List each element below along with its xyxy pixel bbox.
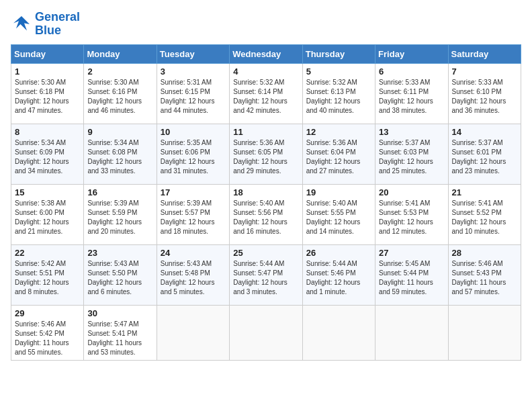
calendar-cell: 18Sunrise: 5:40 AMSunset: 5:56 PMDayligh… — [230, 184, 302, 244]
calendar-week-row: 1Sunrise: 5:30 AMSunset: 6:18 PMDaylight… — [11, 63, 521, 124]
logo-text: General Blue — [35, 11, 80, 38]
logo: General Blue — [11, 11, 80, 38]
calendar-table: SundayMondayTuesdayWednesdayThursdayFrid… — [11, 44, 521, 361]
calendar-cell: 19Sunrise: 5:40 AMSunset: 5:55 PMDayligh… — [302, 184, 375, 244]
day-number: 13 — [379, 127, 444, 137]
calendar-cell: 24Sunrise: 5:43 AMSunset: 5:48 PMDayligh… — [157, 244, 229, 305]
day-info: Sunrise: 5:46 AMSunset: 5:43 PMDaylight:… — [452, 259, 517, 297]
svg-marker-0 — [13, 16, 30, 31]
day-info: Sunrise: 5:40 AMSunset: 5:55 PMDaylight:… — [306, 199, 371, 236]
day-of-week-header: Wednesday — [230, 44, 302, 63]
day-number: 4 — [233, 66, 298, 77]
day-number: 5 — [306, 66, 371, 77]
day-number: 24 — [161, 248, 226, 258]
day-number: 8 — [15, 127, 80, 137]
calendar-cell: 16Sunrise: 5:39 AMSunset: 5:59 PMDayligh… — [84, 184, 157, 244]
day-info: Sunrise: 5:43 AMSunset: 5:48 PMDaylight:… — [161, 259, 226, 297]
day-info: Sunrise: 5:34 AMSunset: 6:08 PMDaylight:… — [87, 138, 152, 176]
day-number: 12 — [306, 127, 371, 137]
day-of-week-header: Sunday — [11, 44, 84, 63]
day-number: 15 — [15, 187, 80, 197]
day-info: Sunrise: 5:35 AMSunset: 6:06 PMDaylight:… — [161, 138, 226, 176]
day-number: 19 — [306, 187, 371, 197]
day-info: Sunrise: 5:42 AMSunset: 5:51 PMDaylight:… — [15, 259, 80, 297]
day-number: 14 — [452, 127, 517, 137]
day-number: 6 — [379, 66, 444, 77]
day-of-week-header: Thursday — [302, 44, 375, 63]
day-number: 25 — [233, 248, 298, 258]
day-info: Sunrise: 5:36 AMSunset: 6:04 PMDaylight:… — [306, 138, 371, 176]
day-number: 27 — [379, 248, 444, 258]
calendar-cell: 10Sunrise: 5:35 AMSunset: 6:06 PMDayligh… — [157, 124, 229, 184]
day-info: Sunrise: 5:45 AMSunset: 5:44 PMDaylight:… — [379, 259, 444, 297]
day-info: Sunrise: 5:39 AMSunset: 5:59 PMDaylight:… — [87, 199, 152, 236]
day-info: Sunrise: 5:41 AMSunset: 5:53 PMDaylight:… — [379, 199, 444, 236]
calendar-cell — [302, 305, 375, 360]
calendar-week-row: 29Sunrise: 5:46 AMSunset: 5:42 PMDayligh… — [11, 305, 521, 360]
calendar-cell: 23Sunrise: 5:43 AMSunset: 5:50 PMDayligh… — [84, 244, 157, 305]
calendar-cell: 25Sunrise: 5:44 AMSunset: 5:47 PMDayligh… — [230, 244, 302, 305]
calendar-cell: 20Sunrise: 5:41 AMSunset: 5:53 PMDayligh… — [375, 184, 448, 244]
header: General Blue — [11, 11, 521, 38]
day-info: Sunrise: 5:32 AMSunset: 6:14 PMDaylight:… — [233, 78, 298, 116]
calendar-cell: 9Sunrise: 5:34 AMSunset: 6:08 PMDaylight… — [84, 124, 157, 184]
day-info: Sunrise: 5:37 AMSunset: 6:01 PMDaylight:… — [452, 138, 517, 176]
calendar-cell: 6Sunrise: 5:33 AMSunset: 6:11 PMDaylight… — [375, 63, 448, 124]
day-number: 28 — [452, 248, 517, 258]
day-info: Sunrise: 5:39 AMSunset: 5:57 PMDaylight:… — [161, 199, 226, 236]
calendar-cell: 29Sunrise: 5:46 AMSunset: 5:42 PMDayligh… — [11, 305, 84, 360]
day-info: Sunrise: 5:33 AMSunset: 6:11 PMDaylight:… — [379, 78, 444, 116]
day-number: 16 — [87, 187, 152, 197]
day-number: 30 — [87, 308, 152, 318]
day-info: Sunrise: 5:30 AMSunset: 6:18 PMDaylight:… — [15, 78, 80, 116]
day-number: 18 — [233, 187, 298, 197]
calendar-cell: 13Sunrise: 5:37 AMSunset: 6:03 PMDayligh… — [375, 124, 448, 184]
day-info: Sunrise: 5:44 AMSunset: 5:46 PMDaylight:… — [306, 259, 371, 297]
calendar-cell: 15Sunrise: 5:38 AMSunset: 6:00 PMDayligh… — [11, 184, 84, 244]
calendar-cell: 7Sunrise: 5:33 AMSunset: 6:10 PMDaylight… — [448, 63, 521, 124]
day-of-week-header: Friday — [375, 44, 448, 63]
days-of-week-row: SundayMondayTuesdayWednesdayThursdayFrid… — [11, 44, 521, 63]
calendar-cell — [157, 305, 229, 360]
calendar-cell: 17Sunrise: 5:39 AMSunset: 5:57 PMDayligh… — [157, 184, 229, 244]
day-number: 17 — [161, 187, 226, 197]
day-number: 23 — [87, 248, 152, 258]
day-number: 20 — [379, 187, 444, 197]
day-info: Sunrise: 5:41 AMSunset: 5:52 PMDaylight:… — [452, 199, 517, 236]
day-number: 11 — [233, 127, 298, 137]
calendar-cell — [230, 305, 302, 360]
day-of-week-header: Saturday — [448, 44, 521, 63]
day-number: 26 — [306, 248, 371, 258]
day-number: 29 — [15, 308, 80, 318]
logo-bird-icon — [11, 13, 32, 35]
day-info: Sunrise: 5:37 AMSunset: 6:03 PMDaylight:… — [379, 138, 444, 176]
calendar-cell: 11Sunrise: 5:36 AMSunset: 6:05 PMDayligh… — [230, 124, 302, 184]
day-number: 22 — [15, 248, 80, 258]
calendar-cell: 3Sunrise: 5:31 AMSunset: 6:15 PMDaylight… — [157, 63, 229, 124]
calendar-cell: 1Sunrise: 5:30 AMSunset: 6:18 PMDaylight… — [11, 63, 84, 124]
day-info: Sunrise: 5:40 AMSunset: 5:56 PMDaylight:… — [233, 199, 298, 236]
calendar-cell: 2Sunrise: 5:30 AMSunset: 6:16 PMDaylight… — [84, 63, 157, 124]
calendar-cell: 27Sunrise: 5:45 AMSunset: 5:44 PMDayligh… — [375, 244, 448, 305]
calendar-body: 1Sunrise: 5:30 AMSunset: 6:18 PMDaylight… — [11, 63, 521, 360]
day-info: Sunrise: 5:32 AMSunset: 6:13 PMDaylight:… — [306, 78, 371, 116]
day-number: 21 — [452, 187, 517, 197]
calendar-week-row: 15Sunrise: 5:38 AMSunset: 6:00 PMDayligh… — [11, 184, 521, 244]
day-info: Sunrise: 5:43 AMSunset: 5:50 PMDaylight:… — [87, 259, 152, 297]
day-info: Sunrise: 5:38 AMSunset: 6:00 PMDaylight:… — [15, 199, 80, 236]
day-number: 10 — [161, 127, 226, 137]
day-info: Sunrise: 5:46 AMSunset: 5:42 PMDaylight:… — [15, 320, 80, 357]
calendar-cell: 28Sunrise: 5:46 AMSunset: 5:43 PMDayligh… — [448, 244, 521, 305]
day-of-week-header: Monday — [84, 44, 157, 63]
day-number: 2 — [87, 66, 152, 77]
day-number: 9 — [87, 127, 152, 137]
calendar-cell: 22Sunrise: 5:42 AMSunset: 5:51 PMDayligh… — [11, 244, 84, 305]
calendar-cell: 14Sunrise: 5:37 AMSunset: 6:01 PMDayligh… — [448, 124, 521, 184]
day-info: Sunrise: 5:44 AMSunset: 5:47 PMDaylight:… — [233, 259, 298, 297]
calendar-cell: 30Sunrise: 5:47 AMSunset: 5:41 PMDayligh… — [84, 305, 157, 360]
day-info: Sunrise: 5:30 AMSunset: 6:16 PMDaylight:… — [87, 78, 152, 116]
calendar-cell: 12Sunrise: 5:36 AMSunset: 6:04 PMDayligh… — [302, 124, 375, 184]
day-of-week-header: Tuesday — [157, 44, 229, 63]
day-number: 7 — [452, 66, 517, 77]
day-info: Sunrise: 5:47 AMSunset: 5:41 PMDaylight:… — [87, 320, 152, 357]
